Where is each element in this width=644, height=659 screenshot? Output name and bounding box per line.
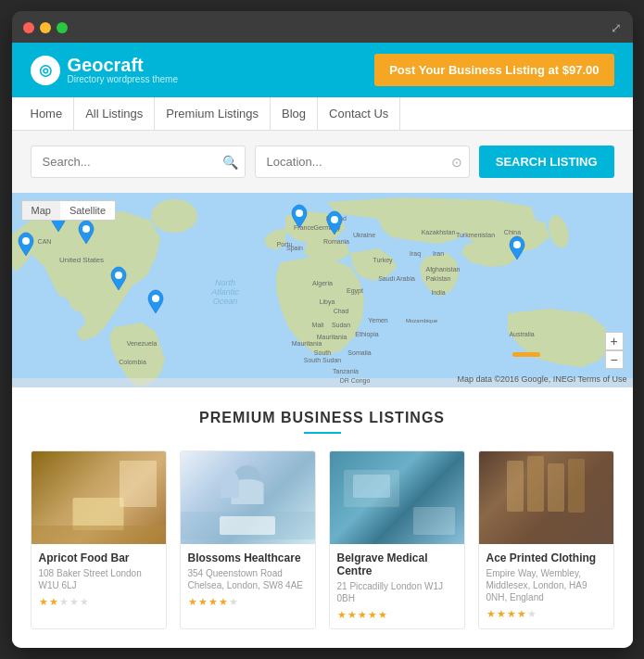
- listing-card[interactable]: Blossoms Healthcare 354 Queenstown Road …: [180, 450, 316, 629]
- star-1: ★: [39, 596, 48, 608]
- listing-card[interactable]: Ace Printed Clothing Empire Way, Wembley…: [478, 450, 614, 629]
- svg-text:DR Congo: DR Congo: [339, 377, 370, 385]
- search-button[interactable]: SEARCH LISTING: [479, 146, 614, 178]
- svg-text:United States: United States: [58, 256, 103, 264]
- svg-text:Colombia: Colombia: [119, 359, 146, 365]
- listing-address: 21 Piccadilly London W1J 0BH: [337, 580, 457, 604]
- map-controls: + −: [605, 332, 624, 369]
- nav-blog[interactable]: Blog: [271, 97, 318, 130]
- listings-grid: Apricot Food Bar 108 Baker Street London…: [31, 450, 614, 629]
- dot-yellow[interactable]: [40, 22, 51, 33]
- svg-text:Egypt: Egypt: [347, 287, 363, 295]
- world-map: North Atlantic Ocean United States CAN V…: [12, 193, 633, 387]
- svg-text:Saudi Arabia: Saudi Arabia: [378, 275, 415, 282]
- star-rating: ★ ★ ★ ★ ★: [486, 608, 606, 620]
- star-3: ★: [358, 609, 367, 621]
- svg-text:Mozambique: Mozambique: [406, 318, 438, 323]
- star-2: ★: [347, 609, 357, 621]
- browser-chrome: ⤢: [12, 11, 633, 43]
- svg-text:Turkmenistan: Turkmenistan: [455, 232, 494, 238]
- expand-icon[interactable]: ⤢: [611, 20, 622, 35]
- svg-text:Portu.: Portu.: [276, 241, 294, 247]
- listing-info: Ace Printed Clothing Empire Way, Wembley…: [479, 544, 613, 627]
- search-icon[interactable]: 🔍: [222, 155, 238, 170]
- svg-text:South: South: [313, 349, 330, 356]
- svg-text:North: North: [214, 278, 234, 287]
- svg-text:Iran: Iran: [432, 250, 443, 257]
- listing-info: Belgrave Medical Centre 21 Piccadilly Lo…: [330, 544, 464, 628]
- star-1: ★: [337, 609, 347, 621]
- svg-text:Libya: Libya: [319, 298, 335, 306]
- star-3: ★: [59, 596, 69, 608]
- zoom-out-button[interactable]: −: [605, 350, 624, 369]
- star-4: ★: [368, 609, 377, 621]
- svg-text:Mauritania: Mauritania: [316, 334, 347, 340]
- star-rating: ★ ★ ★ ★ ★: [337, 609, 457, 621]
- svg-point-49: [152, 295, 159, 302]
- location-icon[interactable]: ⊙: [451, 155, 462, 170]
- svg-text:Australia: Australia: [509, 331, 534, 337]
- logo-text: Geocraft Directory wordpress theme: [68, 56, 178, 84]
- svg-text:Afghanistan: Afghanistan: [425, 266, 460, 273]
- section-title: PREMIUM BUSINESS LISTINGS: [31, 410, 614, 426]
- svg-text:Chad: Chad: [333, 308, 348, 314]
- svg-text:Ethiopia: Ethiopia: [355, 331, 378, 338]
- svg-text:Ukraine: Ukraine: [352, 232, 374, 238]
- logo-icon: ◎: [31, 56, 60, 85]
- star-5: ★: [527, 608, 537, 620]
- star-3: ★: [507, 608, 516, 620]
- search-bar: 🔍 ⊙ SEARCH LISTING: [12, 131, 633, 193]
- listing-name: Blossoms Healthcare: [188, 551, 308, 564]
- premium-listings-section: PREMIUM BUSINESS LISTINGS Apricot Food B…: [12, 387, 633, 648]
- listing-address: 354 Queenstown Road Chelsea, London, SW8…: [188, 567, 308, 591]
- star-rating: ★ ★ ★ ★ ★: [39, 596, 158, 608]
- listing-card[interactable]: Apricot Food Bar 108 Baker Street London…: [31, 450, 167, 629]
- star-2: ★: [497, 608, 506, 620]
- nav-premium-listings[interactable]: Premium Listings: [155, 97, 271, 130]
- star-5: ★: [378, 609, 387, 621]
- search-input[interactable]: [31, 146, 246, 178]
- star-4: ★: [219, 596, 228, 608]
- svg-text:Pakistan: Pakistan: [425, 275, 450, 282]
- header: ◎ Geocraft Directory wordpress theme Pos…: [12, 43, 633, 97]
- dot-red[interactable]: [23, 22, 34, 33]
- svg-text:India: India: [431, 289, 445, 296]
- nav-home[interactable]: Home: [31, 97, 75, 130]
- svg-point-50: [296, 209, 303, 217]
- nav-all-listings[interactable]: All Listings: [74, 97, 155, 130]
- listing-card[interactable]: Belgrave Medical Centre 21 Piccadilly Lo…: [329, 450, 465, 629]
- svg-text:South Sudan: South Sudan: [303, 357, 341, 363]
- svg-text:Romania: Romania: [322, 238, 348, 245]
- svg-text:Ocean: Ocean: [212, 297, 237, 306]
- cta-button[interactable]: Post Your Business Listing at $97.00: [374, 54, 613, 86]
- listing-name: Ace Printed Clothing: [486, 551, 606, 564]
- svg-point-51: [331, 216, 338, 223]
- dot-green[interactable]: [57, 22, 68, 33]
- star-2: ★: [198, 596, 208, 608]
- map-tab-map[interactable]: Map: [22, 201, 60, 220]
- listing-address: Empire Way, Wembley, Middlesex, London, …: [486, 567, 606, 603]
- nav-contact[interactable]: Contact Us: [318, 97, 400, 130]
- svg-point-1: [151, 199, 197, 233]
- star-1: ★: [486, 608, 496, 620]
- svg-text:Kazakhstan: Kazakhstan: [421, 229, 455, 235]
- svg-point-45: [82, 225, 90, 233]
- svg-text:Atlantic: Atlantic: [210, 287, 239, 297]
- svg-text:Somalia: Somalia: [347, 349, 371, 356]
- star-5: ★: [80, 596, 89, 608]
- svg-text:Algeria: Algeria: [312, 280, 333, 287]
- listing-info: Apricot Food Bar 108 Baker Street London…: [32, 544, 166, 615]
- star-4: ★: [69, 596, 79, 608]
- svg-text:Iraq: Iraq: [409, 250, 420, 258]
- website: ◎ Geocraft Directory wordpress theme Pos…: [12, 43, 633, 648]
- svg-text:CAN: CAN: [37, 238, 51, 245]
- svg-text:Mauritania: Mauritania: [291, 340, 322, 347]
- svg-point-52: [513, 241, 521, 248]
- star-5: ★: [229, 596, 238, 608]
- svg-text:Sudan: Sudan: [331, 322, 349, 328]
- map-tab-satellite[interactable]: Satellite: [60, 201, 115, 220]
- star-1: ★: [188, 596, 197, 608]
- location-input[interactable]: [255, 146, 470, 178]
- zoom-in-button[interactable]: +: [605, 332, 624, 350]
- star-3: ★: [208, 596, 218, 608]
